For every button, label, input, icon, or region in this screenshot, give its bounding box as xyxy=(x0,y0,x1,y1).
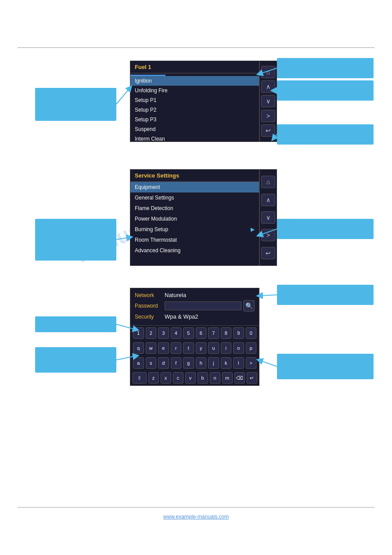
key-s[interactable]: s xyxy=(146,357,157,369)
key-backspace[interactable]: ⌫ xyxy=(234,372,245,384)
key-d[interactable]: d xyxy=(158,357,169,369)
fuel1-item-setup-p1[interactable]: Setup P1 xyxy=(130,95,259,105)
service-item-room-thermostat[interactable]: Room Thermostat xyxy=(130,235,259,245)
key-j[interactable]: j xyxy=(208,357,219,369)
key-4[interactable]: 4 xyxy=(171,327,182,339)
keyboard-row-asdf: a s d f g h j k l > xyxy=(130,355,259,370)
fuel1-back-button[interactable]: ↩ xyxy=(261,124,275,137)
key-u[interactable]: u xyxy=(208,342,219,354)
key-7[interactable]: 7 xyxy=(208,327,219,339)
keyboard-row-qwerty: q w e r t y u i o p xyxy=(130,341,259,355)
key-r[interactable]: r xyxy=(171,342,182,354)
network-info: Network Naturela Password 🔍 Security Wpa… xyxy=(130,288,259,325)
fuel1-item-ignition[interactable]: Ignition xyxy=(130,76,259,86)
key-m[interactable]: m xyxy=(222,372,233,384)
service-item-equipment[interactable]: Equipment xyxy=(130,182,259,192)
key-b[interactable]: b xyxy=(198,372,208,384)
fuel1-menu: Ignition Unfolding Fire Setup P1 Setup P… xyxy=(130,76,259,144)
fuel1-up-button[interactable]: ∧ xyxy=(261,80,275,93)
key-w[interactable]: w xyxy=(146,342,157,354)
annotation-box-fuel1-mid-right xyxy=(277,80,374,101)
key-t[interactable]: t xyxy=(183,342,194,354)
svg-line-4 xyxy=(116,237,130,239)
key-5[interactable]: 5 xyxy=(183,327,194,339)
network-panel: Network Naturela Password 🔍 Security Wpa… xyxy=(130,288,259,386)
key-2[interactable]: 2 xyxy=(146,327,157,339)
service-settings-panel: Service Settings Equipment General Setti… xyxy=(130,169,259,266)
on-screen-keyboard: 1 2 3 4 5 6 7 8 9 0 q w e r t y u i o xyxy=(130,325,259,385)
fuel1-item-setup-p2[interactable]: Setup P2 xyxy=(130,105,259,115)
fuel1-home-button[interactable]: ⌂ xyxy=(261,66,275,78)
service-up-button[interactable]: ∧ xyxy=(261,194,275,206)
fuel1-item-interm-clean[interactable]: Interm Clean xyxy=(130,134,259,144)
search-icon-button[interactable]: 🔍 xyxy=(243,300,255,312)
service-item-general-settings[interactable]: General Settings xyxy=(130,192,259,203)
fuel1-item-unfolding-fire[interactable]: Unfolding Fire xyxy=(130,86,259,95)
top-rule xyxy=(18,47,374,48)
key-y[interactable]: y xyxy=(196,342,207,354)
security-label: Security xyxy=(135,314,165,320)
key-o[interactable]: o xyxy=(233,342,244,354)
fuel1-header: Fuel 1 xyxy=(130,61,259,73)
service-settings-title: Service Settings xyxy=(135,172,179,179)
key-0[interactable]: 0 xyxy=(246,327,257,339)
keyboard-row-zxcv: ⇧ z x c v b n m ⌫ ↵ xyxy=(130,370,259,385)
key-shift[interactable]: ⇧ xyxy=(133,372,147,384)
annotation-box-fuel1-top-right xyxy=(277,58,374,78)
keyboard-row-numbers: 1 2 3 4 5 6 7 8 9 0 xyxy=(130,326,259,341)
key-q[interactable]: q xyxy=(133,342,144,354)
annotation-box-network-top-right xyxy=(277,285,374,305)
fuel1-down-button[interactable]: ∨ xyxy=(261,95,275,107)
key-g[interactable]: g xyxy=(183,357,194,369)
service-down-button[interactable]: ∨ xyxy=(261,211,275,224)
annotation-box-network-bot-right xyxy=(277,354,374,379)
password-label: Password xyxy=(135,303,165,309)
key-x[interactable]: x xyxy=(161,372,171,384)
network-label: Network xyxy=(135,292,165,298)
key-p[interactable]: p xyxy=(246,342,257,354)
annotation-box-network-left-bot xyxy=(35,347,116,373)
key-1[interactable]: 1 xyxy=(133,327,144,339)
bottom-rule xyxy=(18,507,374,508)
service-back-button[interactable]: ↩ xyxy=(261,247,275,259)
key-gt[interactable]: > xyxy=(246,357,257,369)
key-9[interactable]: 9 xyxy=(233,327,244,339)
annotation-box-network-left-top xyxy=(35,316,116,332)
key-f[interactable]: f xyxy=(171,357,182,369)
service-item-power-modulation[interactable]: Power Modulation xyxy=(130,214,259,224)
annotation-box-fuel1-bot-right xyxy=(277,124,374,145)
service-home-button[interactable]: ⌂ xyxy=(261,176,275,188)
key-z[interactable]: z xyxy=(148,372,159,384)
key-i[interactable]: i xyxy=(221,342,232,354)
fuel1-panel: Fuel 1 Ignition Unfolding Fire Setup P1 … xyxy=(130,61,259,142)
key-l[interactable]: l xyxy=(233,357,244,369)
service-item-flame-detection[interactable]: Flame Detection xyxy=(130,203,259,214)
key-a[interactable]: a xyxy=(133,357,144,369)
key-k[interactable]: k xyxy=(221,357,232,369)
fuel1-right-button[interactable]: > xyxy=(261,110,275,122)
service-item-burning-setup[interactable]: Burning Setup ▶ xyxy=(130,224,259,235)
key-8[interactable]: 8 xyxy=(221,327,232,339)
key-enter[interactable]: ↵ xyxy=(247,372,257,384)
fuel1-item-setup-p3[interactable]: Setup P3 xyxy=(130,115,259,124)
burning-setup-arrow-icon: ▶ xyxy=(251,226,255,232)
key-e[interactable]: e xyxy=(158,342,169,354)
service-settings-menu: Equipment General Settings Flame Detecti… xyxy=(130,182,259,256)
fuel1-item-suspend[interactable]: Suspend xyxy=(130,124,259,134)
svg-line-9 xyxy=(259,360,277,366)
key-v[interactable]: v xyxy=(185,372,196,384)
svg-line-6 xyxy=(259,295,277,296)
fuel1-title: Fuel 1 xyxy=(135,64,151,70)
key-3[interactable]: 3 xyxy=(158,327,169,339)
network-value: Naturela xyxy=(165,292,186,298)
password-input[interactable] xyxy=(165,301,241,310)
service-item-advanced-cleaning[interactable]: Advanced Cleaning xyxy=(130,245,259,256)
key-n[interactable]: n xyxy=(210,372,220,384)
fuel1-nav-buttons: ⌂ ∧ ∨ > ↩ xyxy=(259,61,277,142)
key-c[interactable]: c xyxy=(173,372,183,384)
key-h[interactable]: h xyxy=(196,357,207,369)
service-settings-header: Service Settings xyxy=(130,170,259,182)
bottom-link[interactable]: www.example-manuals.com xyxy=(163,514,229,520)
key-6[interactable]: 6 xyxy=(196,327,207,339)
service-right-button[interactable]: > xyxy=(261,229,275,241)
